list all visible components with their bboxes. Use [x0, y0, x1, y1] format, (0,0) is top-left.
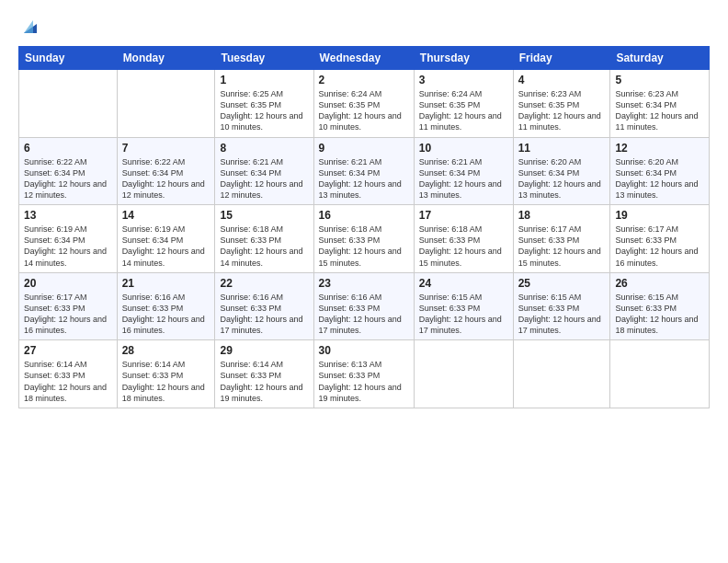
day-number: 22 — [220, 277, 308, 290]
calendar-cell — [19, 70, 118, 138]
logo-icon — [20, 17, 40, 37]
day-number: 13 — [24, 209, 112, 222]
calendar-body: 1Sunrise: 6:25 AM Sunset: 6:35 PM Daylig… — [19, 70, 710, 408]
calendar-cell — [414, 340, 513, 408]
day-info: Sunrise: 6:21 AM Sunset: 6:34 PM Dayligh… — [220, 156, 308, 201]
day-info: Sunrise: 6:19 AM Sunset: 6:34 PM Dayligh… — [122, 224, 210, 269]
calendar-header: SundayMondayTuesdayWednesdayThursdayFrid… — [19, 47, 710, 70]
calendar-cell: 14Sunrise: 6:19 AM Sunset: 6:34 PM Dayli… — [117, 205, 215, 273]
day-number: 16 — [319, 209, 409, 222]
day-number: 6 — [24, 142, 112, 155]
day-info: Sunrise: 6:21 AM Sunset: 6:34 PM Dayligh… — [419, 156, 508, 201]
weekday-header-monday: Monday — [117, 47, 215, 70]
calendar-cell: 18Sunrise: 6:17 AM Sunset: 6:33 PM Dayli… — [513, 205, 610, 273]
calendar-cell: 12Sunrise: 6:20 AM Sunset: 6:34 PM Dayli… — [610, 137, 710, 205]
calendar-cell: 30Sunrise: 6:13 AM Sunset: 6:33 PM Dayli… — [313, 340, 414, 408]
day-info: Sunrise: 6:24 AM Sunset: 6:35 PM Dayligh… — [319, 88, 409, 133]
header — [18, 15, 710, 37]
calendar-cell: 15Sunrise: 6:18 AM Sunset: 6:33 PM Dayli… — [215, 205, 313, 273]
calendar-cell: 28Sunrise: 6:14 AM Sunset: 6:33 PM Dayli… — [117, 340, 215, 408]
calendar-cell: 27Sunrise: 6:14 AM Sunset: 6:33 PM Dayli… — [19, 340, 118, 408]
svg-marker-1 — [24, 20, 33, 33]
day-number: 9 — [319, 142, 409, 155]
day-info: Sunrise: 6:16 AM Sunset: 6:33 PM Dayligh… — [122, 292, 210, 337]
calendar-cell: 26Sunrise: 6:15 AM Sunset: 6:33 PM Dayli… — [610, 272, 710, 340]
calendar-week-5: 27Sunrise: 6:14 AM Sunset: 6:33 PM Dayli… — [19, 340, 710, 408]
day-info: Sunrise: 6:23 AM Sunset: 6:35 PM Dayligh… — [518, 88, 606, 133]
day-info: Sunrise: 6:20 AM Sunset: 6:34 PM Dayligh… — [615, 156, 704, 201]
day-number: 21 — [122, 277, 210, 290]
calendar-week-2: 6Sunrise: 6:22 AM Sunset: 6:34 PM Daylig… — [19, 137, 710, 205]
day-number: 10 — [419, 142, 508, 155]
day-info: Sunrise: 6:15 AM Sunset: 6:33 PM Dayligh… — [419, 292, 508, 337]
weekday-header-thursday: Thursday — [414, 47, 513, 70]
calendar-cell: 5Sunrise: 6:23 AM Sunset: 6:34 PM Daylig… — [610, 70, 710, 138]
calendar-cell: 9Sunrise: 6:21 AM Sunset: 6:34 PM Daylig… — [313, 137, 414, 205]
day-number: 19 — [615, 209, 704, 222]
day-info: Sunrise: 6:20 AM Sunset: 6:34 PM Dayligh… — [518, 156, 606, 201]
calendar-cell — [117, 70, 215, 138]
calendar-cell: 19Sunrise: 6:17 AM Sunset: 6:33 PM Dayli… — [610, 205, 710, 273]
day-number: 26 — [615, 277, 704, 290]
calendar-week-1: 1Sunrise: 6:25 AM Sunset: 6:35 PM Daylig… — [19, 70, 710, 138]
weekday-header-row: SundayMondayTuesdayWednesdayThursdayFrid… — [19, 47, 710, 70]
calendar-cell: 1Sunrise: 6:25 AM Sunset: 6:35 PM Daylig… — [215, 70, 313, 138]
day-info: Sunrise: 6:16 AM Sunset: 6:33 PM Dayligh… — [319, 292, 409, 337]
calendar-cell: 7Sunrise: 6:22 AM Sunset: 6:34 PM Daylig… — [117, 137, 215, 205]
calendar-cell: 10Sunrise: 6:21 AM Sunset: 6:34 PM Dayli… — [414, 137, 513, 205]
calendar-week-3: 13Sunrise: 6:19 AM Sunset: 6:34 PM Dayli… — [19, 205, 710, 273]
day-number: 12 — [615, 142, 704, 155]
day-number: 5 — [615, 74, 704, 86]
day-info: Sunrise: 6:15 AM Sunset: 6:33 PM Dayligh… — [518, 292, 606, 337]
day-number: 8 — [220, 142, 308, 155]
page: SundayMondayTuesdayWednesdayThursdayFrid… — [0, 0, 728, 563]
weekday-header-wednesday: Wednesday — [313, 47, 414, 70]
day-info: Sunrise: 6:16 AM Sunset: 6:33 PM Dayligh… — [220, 292, 308, 337]
day-number: 20 — [24, 277, 112, 290]
day-number: 29 — [220, 344, 308, 357]
calendar-cell: 20Sunrise: 6:17 AM Sunset: 6:33 PM Dayli… — [19, 272, 118, 340]
day-info: Sunrise: 6:24 AM Sunset: 6:35 PM Dayligh… — [419, 88, 508, 133]
weekday-header-sunday: Sunday — [19, 47, 118, 70]
day-number: 28 — [122, 344, 210, 357]
day-info: Sunrise: 6:15 AM Sunset: 6:33 PM Dayligh… — [615, 292, 704, 337]
day-number: 3 — [419, 74, 508, 86]
calendar-cell: 3Sunrise: 6:24 AM Sunset: 6:35 PM Daylig… — [414, 70, 513, 138]
day-info: Sunrise: 6:17 AM Sunset: 6:33 PM Dayligh… — [615, 224, 704, 269]
logo — [18, 15, 40, 37]
day-info: Sunrise: 6:18 AM Sunset: 6:33 PM Dayligh… — [419, 224, 508, 269]
day-number: 27 — [24, 344, 112, 357]
calendar-cell: 8Sunrise: 6:21 AM Sunset: 6:34 PM Daylig… — [215, 137, 313, 205]
day-info: Sunrise: 6:13 AM Sunset: 6:33 PM Dayligh… — [319, 359, 409, 404]
day-number: 11 — [518, 142, 606, 155]
day-number: 7 — [122, 142, 210, 155]
day-info: Sunrise: 6:22 AM Sunset: 6:34 PM Dayligh… — [122, 156, 210, 201]
day-info: Sunrise: 6:22 AM Sunset: 6:34 PM Dayligh… — [24, 156, 112, 201]
calendar-cell: 13Sunrise: 6:19 AM Sunset: 6:34 PM Dayli… — [19, 205, 118, 273]
calendar-cell: 11Sunrise: 6:20 AM Sunset: 6:34 PM Dayli… — [513, 137, 610, 205]
weekday-header-friday: Friday — [513, 47, 610, 70]
day-number: 15 — [220, 209, 308, 222]
calendar-cell — [513, 340, 610, 408]
day-info: Sunrise: 6:14 AM Sunset: 6:33 PM Dayligh… — [220, 359, 308, 404]
day-info: Sunrise: 6:14 AM Sunset: 6:33 PM Dayligh… — [24, 359, 112, 404]
day-number: 18 — [518, 209, 606, 222]
day-number: 24 — [419, 277, 508, 290]
calendar-cell: 23Sunrise: 6:16 AM Sunset: 6:33 PM Dayli… — [313, 272, 414, 340]
calendar-cell: 17Sunrise: 6:18 AM Sunset: 6:33 PM Dayli… — [414, 205, 513, 273]
day-number: 25 — [518, 277, 606, 290]
calendar-cell: 29Sunrise: 6:14 AM Sunset: 6:33 PM Dayli… — [215, 340, 313, 408]
day-number: 30 — [319, 344, 409, 357]
calendar-cell: 22Sunrise: 6:16 AM Sunset: 6:33 PM Dayli… — [215, 272, 313, 340]
day-info: Sunrise: 6:25 AM Sunset: 6:35 PM Dayligh… — [220, 88, 308, 133]
calendar-cell: 21Sunrise: 6:16 AM Sunset: 6:33 PM Dayli… — [117, 272, 215, 340]
day-number: 14 — [122, 209, 210, 222]
calendar-cell: 2Sunrise: 6:24 AM Sunset: 6:35 PM Daylig… — [313, 70, 414, 138]
day-info: Sunrise: 6:23 AM Sunset: 6:34 PM Dayligh… — [615, 88, 704, 133]
calendar-week-4: 20Sunrise: 6:17 AM Sunset: 6:33 PM Dayli… — [19, 272, 710, 340]
day-number: 2 — [319, 74, 409, 86]
calendar-cell — [610, 340, 710, 408]
day-number: 17 — [419, 209, 508, 222]
day-info: Sunrise: 6:19 AM Sunset: 6:34 PM Dayligh… — [24, 224, 112, 269]
calendar-cell: 4Sunrise: 6:23 AM Sunset: 6:35 PM Daylig… — [513, 70, 610, 138]
